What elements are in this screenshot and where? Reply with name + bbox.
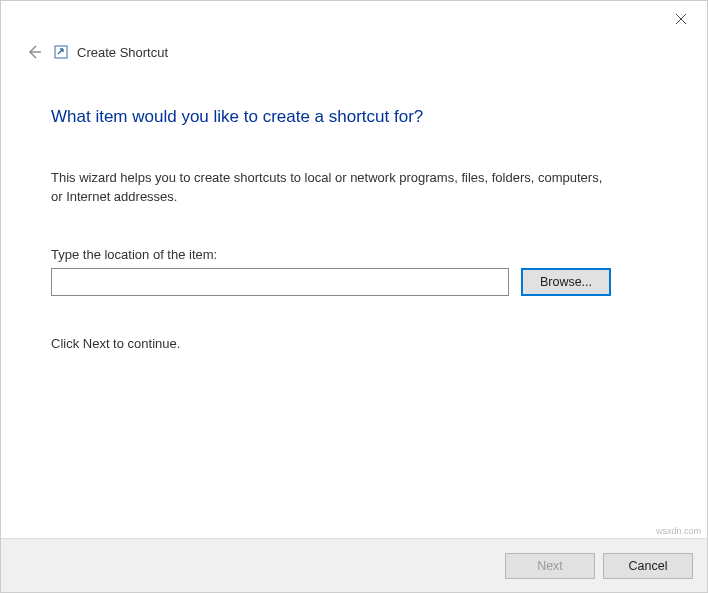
- continue-instruction: Click Next to continue.: [51, 336, 657, 351]
- svg-rect-3: [55, 46, 67, 58]
- dialog-footer: Next Cancel: [1, 538, 707, 592]
- shortcut-icon: [53, 44, 69, 60]
- cancel-button[interactable]: Cancel: [603, 553, 693, 579]
- close-icon: [675, 13, 687, 25]
- next-button[interactable]: Next: [505, 553, 595, 579]
- browse-button[interactable]: Browse...: [521, 268, 611, 296]
- back-arrow-icon: [26, 44, 42, 60]
- location-input[interactable]: [51, 268, 509, 296]
- titlebar: [1, 1, 707, 37]
- wizard-title: Create Shortcut: [77, 45, 168, 60]
- watermark: wsxdn.com: [656, 526, 701, 536]
- close-button[interactable]: [661, 5, 701, 33]
- create-shortcut-dialog: Create Shortcut What item would you like…: [0, 0, 708, 593]
- back-button[interactable]: [23, 41, 45, 63]
- content-area: What item would you like to create a sho…: [1, 67, 707, 538]
- location-field-label: Type the location of the item:: [51, 247, 657, 262]
- location-input-row: Browse...: [51, 268, 657, 296]
- wizard-description: This wizard helps you to create shortcut…: [51, 169, 611, 207]
- header-row: Create Shortcut: [1, 37, 707, 67]
- page-heading: What item would you like to create a sho…: [51, 107, 657, 127]
